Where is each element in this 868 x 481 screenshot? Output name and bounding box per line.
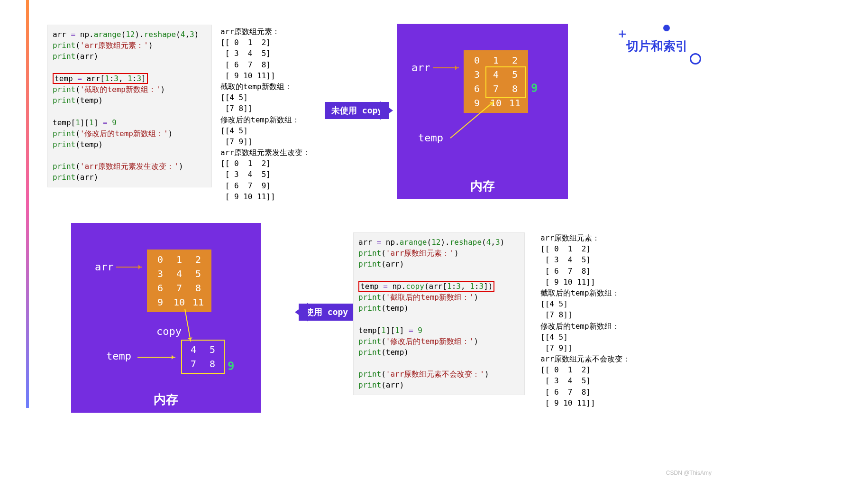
- page-title: 切片和索引: [626, 38, 688, 55]
- ring-icon: [690, 53, 701, 65]
- arr-arrow-icon: [116, 267, 142, 268]
- slice-highlight: [485, 66, 526, 98]
- memory-no-copy: 内存 arr 012 345 678 91011 9 temp: [397, 24, 568, 199]
- memory-caption: 内存: [397, 178, 568, 194]
- arr-label: arr: [411, 62, 430, 74]
- temp-label: temp: [418, 132, 443, 144]
- arr-block: 012 345 678 91011: [147, 250, 211, 312]
- arr-arrow-icon: [433, 67, 459, 68]
- flow-arrow-copy: 使用 copy: [299, 304, 355, 321]
- output-copy: arr原数组元素： [[ 0 1 2] [ 3 4 5] [ 6 7 8] [ …: [540, 232, 630, 408]
- copy-label: copy: [156, 325, 182, 337]
- temp-block: 45 78: [181, 340, 225, 374]
- temp-label: temp: [106, 350, 131, 362]
- nine-indicator: 9: [531, 82, 538, 95]
- watermark: CSDN @ThisAmy: [666, 470, 712, 476]
- dot-icon: [663, 25, 670, 31]
- arr-label: arr: [95, 261, 114, 273]
- code-copy: arr = np.arange(12).reshape(4,3) print('…: [353, 232, 525, 395]
- nine-indicator: 9: [228, 360, 234, 373]
- code-no-copy: arr = np.arange(12).reshape(4,3) print('…: [47, 25, 212, 187]
- memory-caption: 内存: [71, 391, 261, 408]
- temp-arrow-icon: [137, 357, 175, 358]
- memory-copy: 内存 arr 012 345 678 91011 copy temp 45 78…: [71, 223, 261, 413]
- output-no-copy: arr原数组元素： [[ 0 1 2] [ 3 4 5] [ 6 7 8] [ …: [220, 26, 310, 202]
- copy-arrow-icon: [184, 309, 191, 342]
- accent-bar: [26, 0, 29, 408]
- flow-arrow-no-copy: 未使用 copy: [325, 102, 389, 119]
- plus-icon: +: [618, 28, 626, 41]
